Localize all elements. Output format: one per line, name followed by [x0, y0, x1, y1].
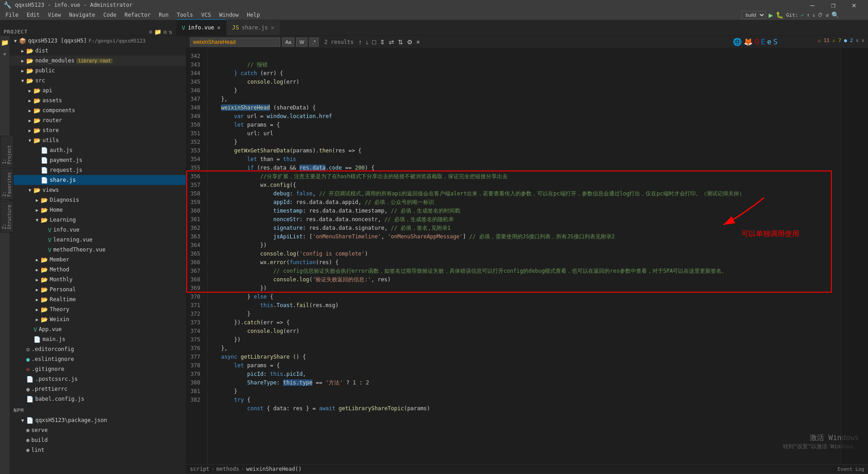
maximize-button[interactable]: ❐	[823, 0, 844, 10]
close-search-button[interactable]: ×	[415, 38, 421, 47]
tree-npm-serve[interactable]: ● serve	[10, 425, 186, 435]
tree-views[interactable]: ▼ 📂 views	[10, 185, 186, 195]
tree-info-vue[interactable]: ▶ V info.vue	[10, 225, 186, 235]
tree-router[interactable]: ▶ 📂 router	[10, 115, 186, 125]
toggle-word-button[interactable]: ⇕	[378, 38, 387, 47]
tree-prettierrc[interactable]: ▶ ● .prettierrc	[10, 384, 186, 394]
git-rollback[interactable]: ↺	[826, 12, 829, 18]
menu-help[interactable]: Help	[243, 10, 264, 20]
settings-icon[interactable]: ⚙	[163, 28, 167, 35]
git-history[interactable]: ⏱	[818, 12, 823, 18]
tree-home[interactable]: ▶ 📂 Home	[10, 205, 186, 215]
tree-main-js[interactable]: ▶ 📄 main.js	[10, 334, 186, 344]
tree-method[interactable]: ▶ 📂 Method	[10, 265, 186, 275]
toggle-case-button[interactable]: □	[371, 38, 377, 47]
tree-gitignore[interactable]: ▶ ⎆ .gitignore	[10, 364, 186, 374]
breadcrumb-weixinShareHead[interactable]: weixinShareHead()	[246, 466, 302, 472]
tree-personal[interactable]: ▶ 📂 Personal	[10, 284, 186, 294]
tree-monthly[interactable]: ▶ 📂 Monthly	[10, 275, 186, 284]
minimize-button[interactable]: —	[802, 0, 823, 10]
tree-store[interactable]: ▶ 📂 store	[10, 125, 186, 135]
tree-dist[interactable]: ▶ 📂 dist	[10, 46, 186, 56]
tree-public[interactable]: ▶ 📂 public	[10, 66, 186, 76]
build-select[interactable]: build	[741, 11, 766, 19]
code-editor[interactable]: 3423433443453463473483493503513523533543…	[186, 48, 868, 464]
git-push[interactable]: ↑	[807, 12, 810, 18]
whole-word-button[interactable]: W	[296, 38, 307, 47]
tree-npm-lint[interactable]: ● lint	[10, 445, 186, 455]
tree-eslintignore[interactable]: ▶ ● .eslintignore	[10, 354, 186, 364]
event-log-button[interactable]: Event Log	[837, 466, 864, 472]
close-button[interactable]: ✕	[844, 0, 864, 10]
tab-share-js[interactable]: JS share.js ×	[226, 19, 280, 35]
git-label[interactable]: Git:	[786, 12, 798, 18]
new-file-icon[interactable]: ⊕	[149, 28, 153, 35]
new-folder-icon[interactable]: 📁	[154, 28, 161, 35]
structure-panel-label[interactable]: Z: Structure	[0, 201, 14, 232]
tab-info-vue[interactable]: V info.vue ×	[176, 19, 226, 35]
menu-window[interactable]: Window	[216, 10, 242, 20]
search-toolbar-button[interactable]: 🔍	[831, 11, 839, 19]
folder-theory-icon: 📂	[41, 306, 48, 313]
menu-vcs[interactable]: VCS	[198, 10, 215, 20]
tree-learning[interactable]: ▼ 📂 Learning	[10, 215, 186, 225]
tree-method-theory-vue[interactable]: ▶ V methodTheory.vue	[10, 245, 186, 255]
tab-share-close-icon[interactable]: ×	[271, 24, 274, 31]
run-button[interactable]: ▶	[769, 11, 773, 19]
menu-run[interactable]: Run	[155, 10, 172, 20]
tree-app-vue[interactable]: ▶ V App.vue	[10, 324, 186, 334]
window-controls[interactable]: — ❐ ✕	[802, 0, 864, 10]
menu-edit[interactable]: Edit	[23, 10, 43, 20]
menu-code[interactable]: Code	[100, 10, 120, 20]
tree-diagnosis[interactable]: ▶ 📂 Diagnosis	[10, 195, 186, 205]
tree-realtime[interactable]: ▶ 📂 Realtime	[10, 294, 186, 304]
tree-editorconfig[interactable]: ▶ ⚙ .editorconfig	[10, 344, 186, 354]
tree-assets[interactable]: ▶ 📂 assets	[10, 95, 186, 105]
tree-root[interactable]: ▼ 📦 qqxsH5123 [qqxsH5] F:/gongsi/qqxsH51…	[10, 36, 186, 46]
search-input[interactable]	[190, 38, 280, 47]
tree-node-modules[interactable]: ▶ 📂 node_modules library root	[10, 56, 186, 66]
breadcrumb-methods[interactable]: methods	[217, 466, 240, 472]
tree-payment-js[interactable]: ▶ 📄 payment.js	[10, 155, 186, 165]
tree-npm-root[interactable]: ▼ 📄 qqxsH5123\package.json	[10, 415, 186, 425]
case-sensitive-button[interactable]: Aa	[282, 38, 294, 47]
code-content[interactable]: // 报错 } catch (err) { console.log(err) }…	[208, 48, 841, 464]
run-debug-button[interactable]: 🐛	[776, 11, 783, 19]
menu-tools[interactable]: Tools	[173, 10, 197, 20]
menu-navigate[interactable]: Navigate	[66, 10, 99, 20]
tree-theory[interactable]: ▶ 📂 Theory	[10, 304, 186, 314]
toggle-regex-button[interactable]: ⇄	[387, 38, 396, 47]
project-panel-label[interactable]: 1: Project	[0, 136, 14, 167]
tree-weixin[interactable]: ▶ 📂 Weixin	[10, 314, 186, 324]
tree-utils[interactable]: ▼ 📂 utils	[10, 135, 186, 145]
tree-npm-build[interactable]: ● build	[10, 435, 186, 445]
regex-button[interactable]: .*	[309, 38, 319, 47]
next-result-button[interactable]: ↓	[364, 38, 370, 47]
tree-api[interactable]: ▶ 📂 api	[10, 85, 186, 95]
tree-request-js[interactable]: ▶ 📄 request.js	[10, 165, 186, 175]
tree-share-js[interactable]: ▶ 📄 share.js	[10, 175, 186, 185]
toggle-preserve-button[interactable]: ⇅	[396, 38, 405, 47]
tree-postcssrc[interactable]: ▶ 📄 .postcssrc.js	[10, 374, 186, 384]
favorites-panel-label[interactable]: 2: Favorites	[0, 168, 14, 200]
expand-button[interactable]: ∧	[856, 38, 859, 43]
tree-learning-vue[interactable]: ▶ V learning.vue	[10, 235, 186, 245]
tree-member[interactable]: ▶ 📂 Member	[10, 255, 186, 265]
tree-src[interactable]: ▼ 📂 src	[10, 76, 186, 85]
tree-auth-js[interactable]: ▶ 📄 auth.js	[10, 145, 186, 155]
menu-file[interactable]: File	[2, 10, 22, 20]
menu-view[interactable]: View	[44, 10, 65, 20]
breadcrumb-script[interactable]: script	[190, 466, 209, 472]
settings-search-button[interactable]: ⚙	[406, 38, 414, 47]
folder-store-icon: 📂	[33, 127, 41, 134]
git-pull[interactable]: ↓	[812, 12, 816, 18]
tree-babel-config[interactable]: ▶ 📄 babel.config.js	[10, 394, 186, 404]
tab-close-icon[interactable]: ×	[217, 24, 221, 31]
sort-icon[interactable]: ⇅	[169, 28, 172, 35]
tree-components[interactable]: ▶ 📂 components	[10, 105, 186, 115]
favorites-icon[interactable]: ★	[0, 48, 10, 58]
project-view-icon[interactable]: 📁	[0, 38, 10, 47]
prev-result-button[interactable]: ↑	[357, 38, 363, 47]
collapse-button[interactable]: ∨	[861, 38, 864, 43]
menu-refactor[interactable]: Refactor	[121, 10, 154, 20]
